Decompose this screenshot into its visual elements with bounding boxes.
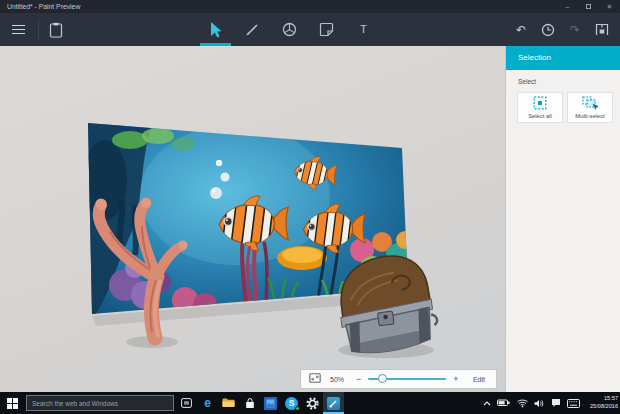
- keyboard-icon: [567, 399, 580, 408]
- 3d-print-icon: [595, 23, 609, 36]
- skype-letter: S: [289, 398, 295, 408]
- select-all-label: Select all: [528, 113, 552, 119]
- zoom-toolbar: 50% − + Edit: [300, 369, 497, 389]
- hamburger-icon: [12, 25, 25, 35]
- toolbar: T ↶ ↷: [0, 13, 620, 46]
- text-tool-icon: T: [360, 24, 367, 36]
- titlebar: Untitled* - Paint Preview – ✕: [0, 0, 620, 13]
- system-tray: [483, 392, 581, 414]
- clock-time: 15:57: [582, 395, 618, 403]
- 3d-sphere-icon: [282, 22, 297, 37]
- select-all-icon: [533, 96, 547, 110]
- zoom-out-button[interactable]: −: [354, 375, 363, 384]
- windows-logo-icon: [7, 398, 18, 409]
- canvas-workspace[interactable]: 50% − + Edit: [0, 46, 505, 392]
- speaker-icon: [534, 399, 544, 408]
- 3d-tool-button[interactable]: [274, 13, 305, 46]
- settings-app-button[interactable]: [302, 392, 323, 414]
- sticker-icon: [319, 22, 334, 37]
- selection-buttons: Select all Multi-select: [517, 92, 620, 123]
- edge-app-button[interactable]: e: [197, 392, 218, 414]
- toolbar-separator: [38, 20, 39, 39]
- battery-icon: [497, 399, 510, 407]
- taskbar-apps: e: [176, 392, 344, 414]
- history-clock-icon: [541, 23, 555, 37]
- undo-button[interactable]: ↶: [511, 13, 531, 46]
- start-button[interactable]: [0, 392, 25, 414]
- network-indicator[interactable]: [517, 399, 528, 408]
- minimize-button[interactable]: –: [557, 0, 578, 13]
- taskbar-clock[interactable]: 15:57 25/08/2016: [582, 395, 618, 410]
- window-title: Untitled* - Paint Preview: [7, 0, 80, 13]
- 3d-print-button[interactable]: [592, 13, 612, 46]
- select-tool-button[interactable]: [200, 13, 231, 46]
- folder-icon: [222, 398, 235, 408]
- select-all-button[interactable]: Select all: [517, 92, 563, 123]
- selection-panel: Selection Select Select all Multi-select: [505, 46, 620, 392]
- brush-icon: [245, 22, 260, 37]
- fit-to-window-icon: [309, 373, 321, 383]
- clock-date: 25/08/2016: [582, 403, 618, 411]
- paint-preview-window: Untitled* - Paint Preview – ✕: [0, 0, 620, 414]
- zoom-slider-thumb[interactable]: [378, 374, 387, 383]
- photos-app-button[interactable]: [260, 392, 281, 414]
- wifi-icon: [517, 399, 528, 408]
- edge-icon: e: [204, 397, 211, 409]
- task-view-icon: [181, 398, 192, 408]
- store-app-button[interactable]: [239, 392, 260, 414]
- canvas-scene[interactable]: [0, 46, 505, 392]
- action-center-icon: [551, 398, 561, 408]
- zoom-in-button[interactable]: +: [451, 375, 460, 384]
- maximize-button[interactable]: [578, 0, 599, 13]
- task-view-button[interactable]: [176, 392, 197, 414]
- brush-tool-button[interactable]: [237, 13, 268, 46]
- store-bag-icon: [245, 398, 255, 409]
- close-button[interactable]: ✕: [599, 0, 620, 13]
- undo-icon: ↶: [516, 23, 526, 37]
- skype-status-dot: [295, 406, 300, 411]
- redo-button[interactable]: ↷: [565, 13, 585, 46]
- zoom-value: 50%: [330, 376, 346, 383]
- gear-icon: [306, 397, 319, 410]
- paint-brush-glyph: [329, 399, 338, 408]
- taskbar-search-input[interactable]: [26, 395, 174, 411]
- text-tool-button[interactable]: T: [348, 13, 379, 46]
- file-explorer-button[interactable]: [218, 392, 239, 414]
- menu-button[interactable]: [6, 13, 30, 46]
- history-button[interactable]: [538, 13, 558, 46]
- paint-app-icon: [327, 397, 340, 410]
- history-group: ↶ ↷: [511, 13, 612, 46]
- multi-select-icon: [582, 96, 598, 110]
- cursor-icon: [210, 22, 222, 38]
- multi-select-button[interactable]: Multi-select: [567, 92, 613, 123]
- action-center-button[interactable]: [551, 398, 561, 408]
- minimize-icon: –: [566, 0, 570, 13]
- select-section-label: Select: [518, 78, 620, 85]
- multi-select-label: Multi-select: [575, 113, 604, 119]
- chevron-up-icon: [483, 401, 491, 406]
- close-icon: ✕: [607, 0, 613, 13]
- clipboard-icon: [49, 22, 63, 38]
- skype-icon: S: [285, 397, 298, 410]
- stickers-tool-button[interactable]: [311, 13, 342, 46]
- redo-icon: ↷: [570, 23, 580, 37]
- window-controls: – ✕: [557, 0, 620, 13]
- fit-to-window-button[interactable]: [309, 373, 321, 385]
- maximize-icon: [586, 4, 591, 9]
- battery-indicator[interactable]: [497, 399, 510, 407]
- panel-header: Selection: [506, 46, 620, 70]
- volume-indicator[interactable]: [534, 399, 544, 408]
- tray-expand-button[interactable]: [483, 401, 491, 406]
- tool-group: T: [200, 13, 379, 46]
- taskbar: e: [0, 392, 620, 414]
- skype-app-button[interactable]: S: [281, 392, 302, 414]
- touch-keyboard-button[interactable]: [567, 399, 580, 408]
- zoom-slider[interactable]: [368, 374, 446, 385]
- paint-app-button-active[interactable]: [323, 392, 344, 414]
- edit-button[interactable]: Edit: [470, 376, 488, 383]
- paste-button[interactable]: [44, 13, 68, 46]
- photos-app-icon: [264, 397, 277, 410]
